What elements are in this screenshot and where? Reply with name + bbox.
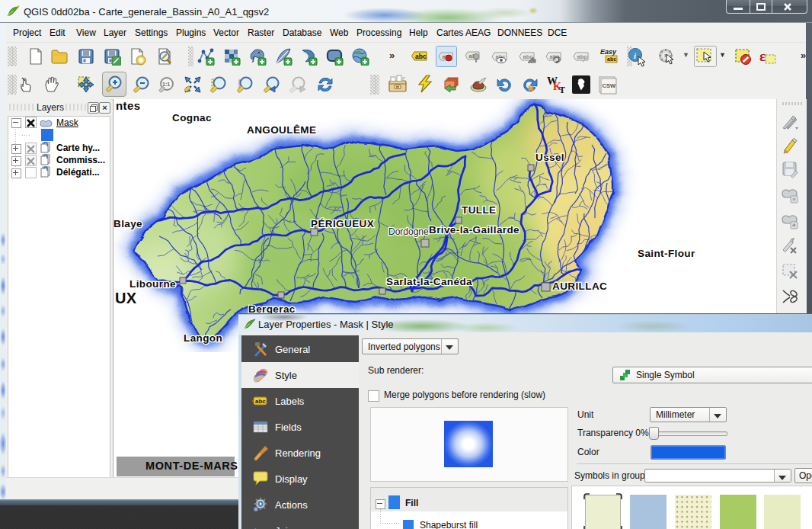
svg-text:ANGOULÊME: ANGOULÊME	[247, 124, 316, 136]
svg-text:Cognac: Cognac	[172, 112, 212, 123]
svg-text:Langon: Langon	[184, 332, 222, 344]
svg-text:abc: abc	[255, 398, 266, 405]
svg-text:abc: abc	[607, 56, 616, 62]
svg-text:Sarlat-la-Canéda: Sarlat-la-Canéda	[386, 276, 472, 287]
svg-text:ntes: ntes	[116, 99, 140, 112]
svg-text:ε: ε	[759, 48, 766, 64]
svg-text:Brive-la-Gaillarde: Brive-la-Gaillarde	[429, 224, 519, 236]
svg-text:Blaye: Blaye	[113, 218, 142, 229]
svg-text:1:1: 1:1	[162, 82, 170, 87]
svg-text:Saint-Flour: Saint-Flour	[638, 248, 695, 259]
svg-text:MONT-DE-MARSA: MONT-DE-MARSA	[145, 460, 247, 472]
svg-text:T: T	[559, 85, 565, 94]
svg-text:TULLE: TULLE	[462, 204, 497, 216]
svg-text:Easy: Easy	[600, 48, 617, 56]
svg-text:PÉRIGUEUX: PÉRIGUEUX	[311, 218, 374, 229]
svg-text:UX: UX	[115, 290, 137, 306]
svg-text:Libourne: Libourne	[129, 278, 176, 290]
svg-text:AURILLAC: AURILLAC	[552, 281, 607, 292]
svg-text:CSW: CSW	[603, 82, 616, 89]
svg-text:Dordogne: Dordogne	[388, 226, 429, 237]
svg-text:Ussel: Ussel	[535, 152, 564, 163]
